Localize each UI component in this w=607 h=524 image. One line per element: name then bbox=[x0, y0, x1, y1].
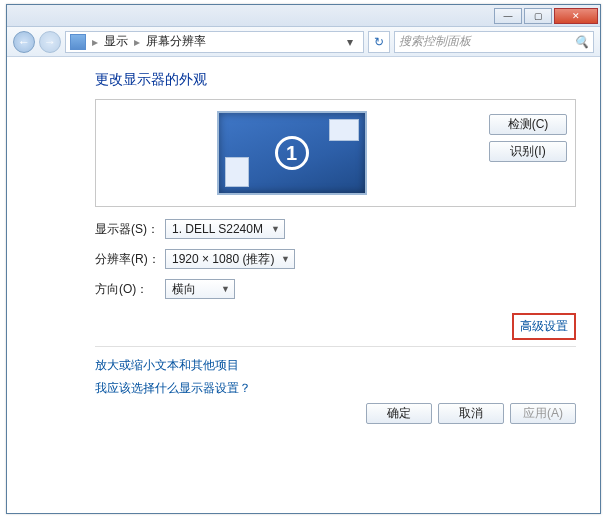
display-preview: 1 检测(C) 识别(I) bbox=[95, 99, 576, 207]
monitor-arrangement[interactable]: 1 bbox=[104, 111, 479, 195]
chevron-down-icon: ▼ bbox=[281, 254, 290, 264]
breadcrumb[interactable]: ▸ 显示 ▸ 屏幕分辨率 ▾ bbox=[65, 31, 364, 53]
close-button[interactable]: ✕ bbox=[554, 8, 598, 24]
advanced-highlight: 高级设置 bbox=[512, 313, 576, 340]
identify-button[interactable]: 识别(I) bbox=[489, 141, 567, 162]
titlebar: — ▢ ✕ bbox=[7, 5, 600, 27]
monitor-1[interactable]: 1 bbox=[217, 111, 367, 195]
text-size-link[interactable]: 放大或缩小文本和其他项目 bbox=[95, 357, 239, 374]
forward-button[interactable]: → bbox=[39, 31, 61, 53]
resolution-select[interactable]: 1920 × 1080 (推荐) ▼ bbox=[165, 249, 295, 269]
display-label: 显示器(S)： bbox=[95, 221, 165, 238]
preview-buttons: 检测(C) 识别(I) bbox=[489, 108, 567, 162]
navbar: ← → ▸ 显示 ▸ 屏幕分辨率 ▾ ↻ 搜索控制面板 🔍 bbox=[7, 27, 600, 57]
refresh-button[interactable]: ↻ bbox=[368, 31, 390, 53]
dialog-buttons: 确定 取消 应用(A) bbox=[366, 403, 576, 424]
detect-button[interactable]: 检测(C) bbox=[489, 114, 567, 135]
resolution-label: 分辨率(R)： bbox=[95, 251, 165, 268]
cancel-button[interactable]: 取消 bbox=[438, 403, 504, 424]
resolution-value: 1920 × 1080 (推荐) bbox=[172, 251, 274, 268]
minimize-button[interactable]: — bbox=[494, 8, 522, 24]
search-placeholder: 搜索控制面板 bbox=[399, 33, 471, 50]
display-row: 显示器(S)： 1. DELL S2240M ▼ bbox=[95, 219, 576, 239]
back-button[interactable]: ← bbox=[13, 31, 35, 53]
help-link[interactable]: 我应该选择什么显示器设置？ bbox=[95, 380, 251, 397]
search-input[interactable]: 搜索控制面板 🔍 bbox=[394, 31, 594, 53]
control-panel-icon bbox=[70, 34, 86, 50]
orientation-label: 方向(O)： bbox=[95, 281, 165, 298]
orientation-row: 方向(O)： 横向 ▼ bbox=[95, 279, 576, 299]
advanced-row: 高级设置 bbox=[95, 313, 576, 340]
search-icon: 🔍 bbox=[574, 35, 589, 49]
preview-window-icon bbox=[225, 157, 249, 187]
breadcrumb-dropdown-icon[interactable]: ▾ bbox=[341, 35, 359, 49]
chevron-right-icon: ▸ bbox=[134, 35, 140, 49]
breadcrumb-display[interactable]: 显示 bbox=[104, 33, 128, 50]
display-value: 1. DELL S2240M bbox=[172, 222, 263, 236]
apply-button[interactable]: 应用(A) bbox=[510, 403, 576, 424]
orientation-value: 横向 bbox=[172, 281, 196, 298]
chevron-down-icon: ▼ bbox=[221, 284, 230, 294]
divider bbox=[95, 346, 576, 347]
chevron-down-icon: ▼ bbox=[271, 224, 280, 234]
monitor-number: 1 bbox=[275, 136, 309, 170]
ok-button[interactable]: 确定 bbox=[366, 403, 432, 424]
display-select[interactable]: 1. DELL S2240M ▼ bbox=[165, 219, 285, 239]
page-title: 更改显示器的外观 bbox=[95, 71, 576, 89]
preview-window-icon bbox=[329, 119, 359, 141]
window: — ▢ ✕ ← → ▸ 显示 ▸ 屏幕分辨率 ▾ ↻ 搜索控制面板 🔍 更改显示… bbox=[6, 4, 601, 514]
content: 更改显示器的外观 1 检测(C) 识别(I) 显示器(S)： 1. DELL S… bbox=[7, 57, 600, 513]
maximize-button[interactable]: ▢ bbox=[524, 8, 552, 24]
chevron-right-icon: ▸ bbox=[92, 35, 98, 49]
resolution-row: 分辨率(R)： 1920 × 1080 (推荐) ▼ bbox=[95, 249, 576, 269]
breadcrumb-resolution[interactable]: 屏幕分辨率 bbox=[146, 33, 206, 50]
orientation-select[interactable]: 横向 ▼ bbox=[165, 279, 235, 299]
advanced-settings-link[interactable]: 高级设置 bbox=[520, 319, 568, 333]
